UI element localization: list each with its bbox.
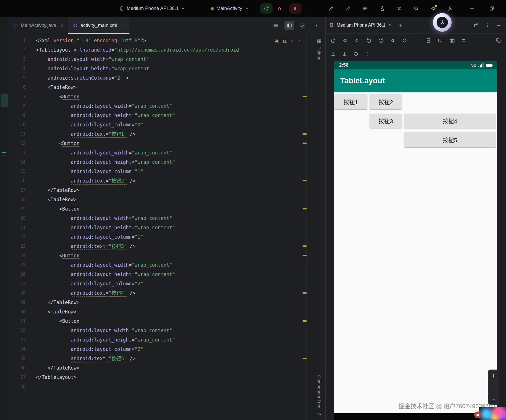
ai-assistant-button[interactable]: [345, 5, 351, 12]
palette-stripe-button[interactable]: Palette: [313, 39, 325, 61]
reset-button[interactable]: [353, 51, 359, 57]
code-line[interactable]: 30 <TableRow>: [8, 307, 325, 317]
code-line[interactable]: 24 <Button: [8, 251, 325, 260]
code-line[interactable]: 6 <TableRow>: [8, 83, 325, 92]
rerun-button[interactable]: [260, 3, 273, 14]
code-line[interactable]: 17 </TableRow>: [8, 186, 325, 195]
code-line[interactable]: 38: [8, 382, 325, 391]
code-line[interactable]: 32 android:layout_width="wrap_content": [8, 326, 325, 335]
warning-stripe-mark[interactable]: [303, 208, 307, 209]
tab-activity-main-xml[interactable]: activity_main.xml: [68, 17, 129, 34]
screenshot-button[interactable]: [425, 37, 431, 44]
more-actions-button[interactable]: [305, 4, 315, 13]
warning-stripe-mark[interactable]: [303, 358, 307, 359]
component-tree-stripe-button[interactable]: Component Tree: [313, 375, 325, 416]
download-button[interactable]: [341, 51, 348, 57]
notifications-button[interactable]: [437, 37, 443, 44]
back-button[interactable]: [390, 37, 396, 44]
close-device-tab-button[interactable]: [388, 23, 392, 27]
todo-list-button[interactable]: [362, 5, 368, 12]
code-line[interactable]: 13 android:layout_width="wrap_content": [8, 148, 325, 158]
sync-button[interactable]: [396, 5, 402, 12]
hide-panel-button[interactable]: [495, 21, 503, 29]
warning-stripe-mark[interactable]: [303, 180, 307, 181]
edit-tool-button[interactable]: [328, 5, 334, 12]
zoom-out-button[interactable]: −: [490, 385, 498, 393]
left-stripe-tool-button[interactable]: [1, 149, 7, 159]
code-line[interactable]: 19 <Button: [8, 204, 325, 214]
code-line[interactable]: 36 </TableRow>: [8, 363, 325, 373]
code-line[interactable]: 3 android:layout_width="wrap_content": [8, 55, 325, 64]
code-line[interactable]: 15 android:layout_column="1": [8, 167, 325, 176]
record-screen-button[interactable]: [461, 37, 467, 44]
next-warning-chevron-down-icon[interactable]: [297, 39, 301, 43]
code-line[interactable]: 23 android:text="按钮3" />: [8, 242, 325, 251]
design-mode-button[interactable]: [298, 21, 308, 30]
warning-stripe-mark[interactable]: [303, 320, 307, 322]
profiler-button[interactable]: [379, 5, 385, 12]
stop-button[interactable]: [289, 3, 301, 14]
code-line[interactable]: 2<TableLayout xmlns:android="http://sche…: [8, 45, 325, 55]
power-button[interactable]: [330, 37, 336, 44]
code-editor[interactable]: 1<?xml version="1.0" encoding="utf-8"?>2…: [8, 34, 325, 420]
emulator-button-3[interactable]: 按钮3: [370, 114, 402, 128]
emulator-button-1[interactable]: 按钮1: [334, 94, 367, 109]
tab-options-button[interactable]: [312, 21, 321, 30]
device-mirror-button[interactable]: [495, 37, 501, 44]
code-line[interactable]: 8 android:layout_width="wrap_content": [8, 101, 325, 111]
emulator-button-5[interactable]: 按钮5: [404, 132, 496, 147]
toolbar-more-button[interactable]: [364, 51, 370, 57]
profile-button[interactable]: [447, 5, 453, 12]
code-line[interactable]: 22 android:layout_column="1": [8, 232, 325, 242]
inspections-widget[interactable]: 11: [271, 37, 304, 44]
debug-button[interactable]: [275, 4, 285, 13]
code-line[interactable]: 20 android:layout_width="wrap_content": [8, 214, 325, 223]
code-line[interactable]: 25 android:layout_width="wrap_content": [8, 260, 325, 270]
code-line[interactable]: 12 <Button: [8, 139, 325, 148]
panel-options-button[interactable]: [483, 21, 491, 29]
add-device-tab-button[interactable]: [396, 20, 405, 30]
warning-stripe-mark[interactable]: [303, 143, 307, 144]
rotate-right-button[interactable]: [378, 37, 384, 44]
overview-button[interactable]: [413, 37, 420, 44]
code-line[interactable]: 29 </TableRow>: [8, 298, 325, 307]
code-line[interactable]: 37</TableLayout>: [8, 373, 325, 382]
code-line[interactable]: 31 <Button: [8, 317, 325, 326]
emulator-button-4[interactable]: 按钮4: [404, 114, 496, 128]
code-line[interactable]: 33 android:layout_height="wrap_content": [8, 335, 325, 345]
code-line[interactable]: 14 android:layout_height="wrap_content": [8, 158, 325, 167]
emulator-button-2[interactable]: 按钮2: [370, 94, 402, 109]
user-avatar[interactable]: [433, 13, 452, 32]
code-line[interactable]: 5 android:stretchColumns="2" >: [8, 73, 325, 83]
left-stripe-active-tool[interactable]: [1, 94, 8, 107]
code-line[interactable]: 11 android:text="按钮1" />: [8, 130, 325, 139]
code-mode-button[interactable]: [271, 21, 280, 30]
run-config-selector[interactable]: MainActivity: [209, 4, 251, 13]
upload-button[interactable]: [330, 51, 336, 57]
code-line[interactable]: 28 android:text="按钮4" />: [8, 289, 325, 298]
code-line[interactable]: 26 android:layout_height="wrap_content": [8, 270, 325, 279]
restore-window-button[interactable]: [487, 4, 497, 13]
warning-stripe-mark[interactable]: [303, 133, 307, 135]
open-in-window-button[interactable]: [472, 21, 480, 29]
tab-mainactivity-java[interactable]: C MainActivity.java: [8, 17, 68, 34]
close-tab-button[interactable]: [121, 24, 125, 27]
volume-down-button[interactable]: [354, 37, 360, 44]
code-line[interactable]: 10 android:layout_column="0": [8, 120, 325, 130]
close-tab-button[interactable]: [60, 24, 64, 27]
device-selector[interactable]: Medium Phone API 36.1: [118, 4, 187, 13]
editor-scrollbar[interactable]: [307, 34, 307, 420]
code-line[interactable]: 18 <TableRow>: [8, 195, 325, 204]
warning-stripe-mark[interactable]: [303, 292, 307, 294]
warning-stripe-mark[interactable]: [303, 96, 307, 97]
minimize-button[interactable]: [467, 4, 477, 13]
settings-button[interactable]: [430, 5, 436, 12]
code-line[interactable]: 4 android:layout_height="wrap_content": [8, 64, 325, 73]
code-line[interactable]: 7 <Button: [8, 92, 325, 101]
camera-button[interactable]: [449, 37, 455, 44]
code-line[interactable]: 35 android:text="按钮5" />: [8, 354, 325, 363]
volume-up-button[interactable]: [342, 37, 348, 44]
zoom-in-button[interactable]: +: [490, 372, 498, 380]
code-line[interactable]: 21 android:layout_height="wrap_content": [8, 223, 325, 232]
code-line[interactable]: 9 android:layout_height="wrap_content": [8, 111, 325, 120]
